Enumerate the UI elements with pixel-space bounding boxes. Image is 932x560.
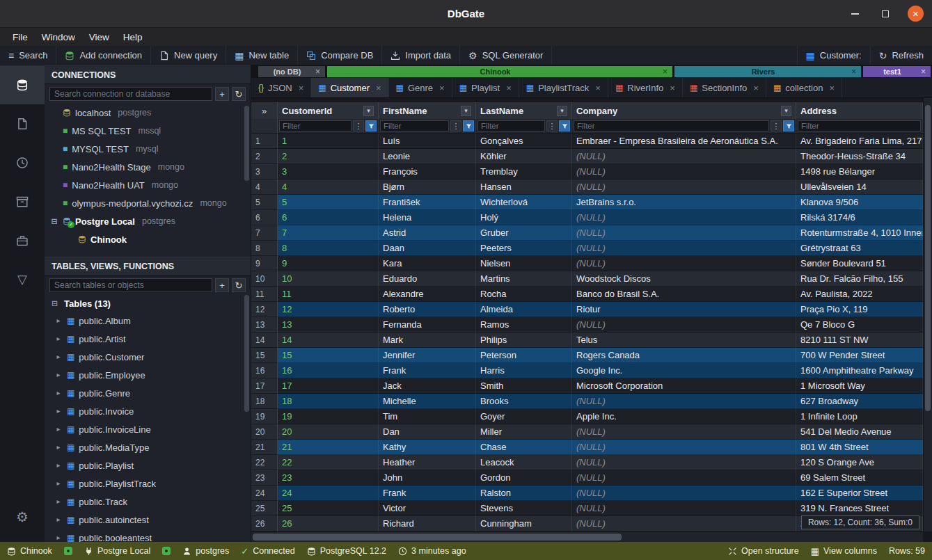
- cell-lastname[interactable]: Almeida: [476, 302, 572, 317]
- cell-lastname[interactable]: Philips: [476, 333, 572, 348]
- tab-group-no-db[interactable]: (no DB)×: [258, 66, 325, 77]
- cell-lastname[interactable]: Ramos: [476, 317, 572, 333]
- cell-address[interactable]: Qe 7 Bloco G: [796, 317, 923, 333]
- row-number[interactable]: 24: [251, 486, 278, 501]
- connection-nano2health-stage[interactable]: ■Nano2Health Stagemongo: [45, 158, 251, 176]
- horizontal-scrollbar-thumb[interactable]: [253, 534, 622, 541]
- cell-lastname[interactable]: Rocha: [476, 287, 572, 302]
- cell-customerid[interactable]: 1: [278, 134, 379, 149]
- cell-company[interactable]: (NULL): [572, 501, 796, 516]
- column-header-company[interactable]: Company▾: [572, 102, 796, 119]
- row-number[interactable]: 2: [251, 149, 278, 164]
- minimize-button[interactable]: [846, 6, 863, 22]
- close-icon[interactable]: ×: [670, 83, 675, 93]
- cell-address[interactable]: 1 Microsoft Way: [796, 378, 923, 394]
- close-icon[interactable]: ×: [753, 83, 759, 93]
- tables-group-header[interactable]: ⊟ Tables (13): [45, 295, 251, 312]
- cell-lastname[interactable]: Peterson: [476, 348, 572, 363]
- row-number[interactable]: 6: [251, 210, 278, 225]
- filter-funnel-button[interactable]: [463, 120, 474, 131]
- cell-firstname[interactable]: Astrid: [379, 225, 476, 241]
- cell-company[interactable]: Google Inc.: [572, 363, 796, 378]
- row-number[interactable]: 10: [251, 271, 278, 287]
- horizontal-scrollbar[interactable]: [251, 531, 923, 542]
- row-number[interactable]: 11: [251, 287, 278, 302]
- table-public-playlisttrack[interactable]: ▸▦public.PlaylistTrack: [45, 474, 251, 493]
- cell-address[interactable]: 801 W 4th Street: [796, 440, 923, 455]
- rail-item-settings[interactable]: ⚙: [0, 497, 45, 536]
- cell-company[interactable]: Riotur: [572, 302, 796, 317]
- cell-firstname[interactable]: Eduardo: [379, 271, 476, 287]
- cell-lastname[interactable]: Smith: [476, 378, 572, 394]
- cell-address[interactable]: 69 Salem Street: [796, 470, 923, 486]
- row-number[interactable]: 8: [251, 241, 278, 256]
- close-icon[interactable]: ×: [315, 67, 320, 77]
- table-public-employee[interactable]: ▸▦public.Employee: [45, 366, 251, 384]
- tab-playlist[interactable]: ▦Playlist×: [452, 78, 519, 97]
- cell-customerid[interactable]: 6: [278, 210, 379, 225]
- connection-mysql-test[interactable]: ■MYSQL TESTmysql: [45, 140, 251, 158]
- cell-address[interactable]: Klanova 9/506: [796, 195, 923, 210]
- rail-item-connections[interactable]: [0, 65, 45, 104]
- cell-address[interactable]: 700 W Pender Street: [796, 348, 923, 363]
- cell-address[interactable]: 627 Broadway: [796, 394, 923, 409]
- cell-firstname[interactable]: Kara: [379, 256, 476, 271]
- cell-lastname[interactable]: Holý: [476, 210, 572, 225]
- cell-company[interactable]: (NULL): [572, 424, 796, 440]
- toolbar-new-table-button[interactable]: ▦New table: [226, 46, 298, 65]
- cell-company[interactable]: (NULL): [572, 440, 796, 455]
- row-number[interactable]: 22: [251, 455, 278, 470]
- cell-firstname[interactable]: Victor: [379, 501, 476, 516]
- rail-item-cell-data[interactable]: ▽: [0, 260, 45, 299]
- cell-company[interactable]: (NULL): [572, 241, 796, 256]
- cell-company[interactable]: Microsoft Corporation: [572, 378, 796, 394]
- cell-lastname[interactable]: Goyer: [476, 409, 572, 424]
- connection-postgre-local[interactable]: ⊟✓Postgre Localpostgres: [45, 212, 251, 230]
- column-dropdown-button[interactable]: ▾: [781, 106, 791, 116]
- cell-customerid[interactable]: 12: [278, 302, 379, 317]
- cell-customerid[interactable]: 16: [278, 363, 379, 378]
- cell-company[interactable]: (NULL): [572, 317, 796, 333]
- cell-firstname[interactable]: François: [379, 164, 476, 179]
- vertical-scrollbar-thumb[interactable]: [925, 105, 931, 411]
- row-number[interactable]: 20: [251, 424, 278, 440]
- tab-customer[interactable]: ▦Customer×: [311, 78, 388, 97]
- cell-address[interactable]: 1600 Amphitheatre Parkway: [796, 363, 923, 378]
- filter-menu-button[interactable]: ⋮: [546, 120, 558, 131]
- close-icon[interactable]: ×: [439, 83, 445, 93]
- vertical-scrollbar[interactable]: [923, 98, 932, 531]
- cell-lastname[interactable]: Miller: [476, 424, 572, 440]
- cell-customerid[interactable]: 17: [278, 378, 379, 394]
- cell-firstname[interactable]: Roberto: [379, 302, 476, 317]
- toolbar-import-data-button[interactable]: Import data: [382, 46, 460, 65]
- tab-group-chinook[interactable]: Chinook×: [327, 66, 672, 77]
- filter-menu-button[interactable]: ⋮: [353, 120, 364, 131]
- cell-lastname[interactable]: Martins: [476, 271, 572, 287]
- menu-view[interactable]: View: [82, 28, 116, 46]
- cell-company[interactable]: (NULL): [572, 394, 796, 409]
- cell-lastname[interactable]: Gonçalves: [476, 134, 572, 149]
- cell-firstname[interactable]: Frank: [379, 486, 476, 501]
- cell-address[interactable]: 541 Del Medio Avenue: [796, 424, 923, 440]
- cell-lastname[interactable]: Nielsen: [476, 256, 572, 271]
- toolbar-sql-generator-button[interactable]: ⚙SQL Generator: [460, 46, 552, 65]
- cell-address[interactable]: 1498 rue Bélanger: [796, 164, 923, 179]
- connections-scrollbar[interactable]: [244, 106, 249, 181]
- table-public-album[interactable]: ▸▦public.Album: [45, 312, 251, 330]
- column-header-lastname[interactable]: LastName▾: [476, 102, 572, 119]
- cell-company[interactable]: (NULL): [572, 256, 796, 271]
- cell-customerid[interactable]: 18: [278, 394, 379, 409]
- column-dropdown-button[interactable]: ▾: [363, 106, 374, 116]
- cell-firstname[interactable]: Frank: [379, 363, 476, 378]
- cell-company[interactable]: Woodstock Discos: [572, 271, 796, 287]
- cell-firstname[interactable]: Daan: [379, 241, 476, 256]
- cell-address[interactable]: 8210 111 ST NW: [796, 333, 923, 348]
- cell-lastname[interactable]: Leacock: [476, 455, 572, 470]
- cell-company[interactable]: (NULL): [572, 164, 796, 179]
- table-public-autoinctest[interactable]: ▸▦public.autoinctest: [45, 511, 251, 529]
- row-number[interactable]: 15: [251, 348, 278, 363]
- cell-lastname[interactable]: Stevens: [476, 501, 572, 516]
- cell-firstname[interactable]: Michelle: [379, 394, 476, 409]
- cell-company[interactable]: (NULL): [572, 225, 796, 241]
- cell-customerid[interactable]: 20: [278, 424, 379, 440]
